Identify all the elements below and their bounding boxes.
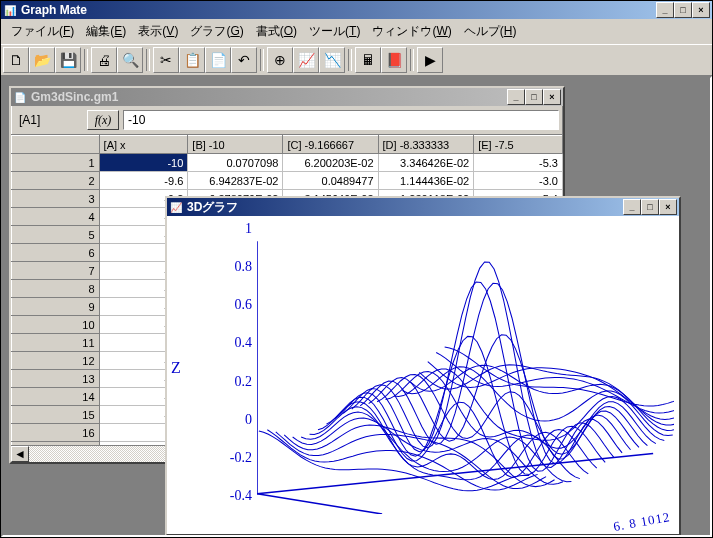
- row-header[interactable]: 14: [12, 388, 100, 406]
- cell-reference: [A1]: [15, 111, 83, 129]
- row-header[interactable]: 7: [12, 262, 100, 280]
- menubar: ファイル(F)編集(E)表示(V)グラフ(G)書式(O)ツール(T)ウィンドウ(…: [1, 19, 712, 44]
- cell[interactable]: -3.0: [474, 172, 563, 190]
- plot-minimize-button[interactable]: _: [623, 199, 641, 215]
- z-tick: -0.2: [230, 450, 252, 466]
- cell[interactable]: 1.144436E-02: [378, 172, 474, 190]
- cell[interactable]: 0.0707098: [188, 154, 283, 172]
- sheet-minimize-button[interactable]: _: [507, 89, 525, 105]
- menu-h[interactable]: ヘルプ(H): [458, 21, 523, 42]
- cell[interactable]: -5.3: [474, 154, 563, 172]
- menu-f[interactable]: ファイル(F): [5, 21, 80, 42]
- col-header[interactable]: [C] -9.166667: [283, 136, 378, 154]
- menu-o[interactable]: 書式(O): [250, 21, 303, 42]
- cut-icon[interactable]: ✂: [153, 47, 179, 73]
- row-header[interactable]: 4: [12, 208, 100, 226]
- row-header[interactable]: 3: [12, 190, 100, 208]
- sheet-maximize-button[interactable]: □: [525, 89, 543, 105]
- menu-g[interactable]: グラフ(G): [184, 21, 249, 42]
- sheet-titlebar[interactable]: 📄 Gm3dSinc.gm1 _ □ ×: [11, 88, 563, 106]
- row-header[interactable]: 11: [12, 334, 100, 352]
- row-header[interactable]: 5: [12, 226, 100, 244]
- row-header[interactable]: 9: [12, 298, 100, 316]
- col-header[interactable]: [D] -8.333333: [378, 136, 474, 154]
- col-header[interactable]: [B] -10: [188, 136, 283, 154]
- z-axis-label: Z: [171, 359, 181, 377]
- plot-titlebar[interactable]: 📈 3Dグラフ _ □ ×: [167, 198, 679, 216]
- mdi-area: 📄 Gm3dSinc.gm1 _ □ × [A1] f(x) [A] x[B] …: [1, 76, 712, 537]
- row-header[interactable]: 6: [12, 244, 100, 262]
- formula-bar: [A1] f(x): [11, 106, 563, 134]
- row-header[interactable]: 8: [12, 280, 100, 298]
- z-tick: 0.8: [235, 259, 253, 275]
- sinc-wireframe: [257, 221, 674, 514]
- graph2d-icon[interactable]: ⊕: [267, 47, 293, 73]
- plot-canvas[interactable]: Z 10.80.60.40.20-0.2-0.4 6. 8 1012: [167, 216, 679, 534]
- undo-icon[interactable]: ↶: [231, 47, 257, 73]
- svg-line-1: [257, 494, 382, 514]
- cell[interactable]: 6.200203E-02: [283, 154, 378, 172]
- corner-header[interactable]: [12, 136, 100, 154]
- app-title: Graph Mate: [21, 3, 656, 17]
- copy-icon[interactable]: 📋: [179, 47, 205, 73]
- svg-line-2: [257, 453, 653, 493]
- cell[interactable]: -9.6: [99, 172, 188, 190]
- calc-icon[interactable]: 🖩: [355, 47, 381, 73]
- row-header[interactable]: 15: [12, 406, 100, 424]
- formula-input[interactable]: [123, 110, 559, 130]
- row-header[interactable]: 2: [12, 172, 100, 190]
- new-icon[interactable]: 🗋: [3, 47, 29, 73]
- row-header[interactable]: 1: [12, 154, 100, 172]
- plot-window: 📈 3Dグラフ _ □ × Z 10.80.60.40.20-0.2-0.4 6…: [165, 196, 681, 536]
- row-header[interactable]: 10: [12, 316, 100, 334]
- row-header[interactable]: 13: [12, 370, 100, 388]
- col-header[interactable]: [A] x: [99, 136, 188, 154]
- row-header[interactable]: 16: [12, 424, 100, 442]
- plot-maximize-button[interactable]: □: [641, 199, 659, 215]
- run-icon[interactable]: ▶: [417, 47, 443, 73]
- z-tick: 0.6: [235, 297, 253, 313]
- open-icon[interactable]: 📂: [29, 47, 55, 73]
- plot-close-button[interactable]: ×: [659, 199, 677, 215]
- main-window: 📊 Graph Mate _ □ × ファイル(F)編集(E)表示(V)グラフ(…: [0, 0, 713, 538]
- sheet-icon: 📄: [13, 90, 27, 104]
- cell[interactable]: 0.0489477: [283, 172, 378, 190]
- plot-icon: 📈: [169, 200, 183, 214]
- z-tick: 0: [245, 412, 252, 428]
- print-preview-icon[interactable]: 🔍: [117, 47, 143, 73]
- z-tick: 0.4: [235, 335, 253, 351]
- z-tick: -0.4: [230, 488, 252, 504]
- app-icon: 📊: [3, 3, 17, 17]
- paste-icon[interactable]: 📄: [205, 47, 231, 73]
- close-button[interactable]: ×: [692, 2, 710, 18]
- cell[interactable]: 6.942837E-02: [188, 172, 283, 190]
- cell[interactable]: 3.346426E-02: [378, 154, 474, 172]
- maximize-button[interactable]: □: [674, 2, 692, 18]
- z-tick: 1: [245, 221, 252, 237]
- col-header[interactable]: [E] -7.5: [474, 136, 563, 154]
- menu-t[interactable]: ツール(T): [303, 21, 366, 42]
- menu-v[interactable]: 表示(V): [132, 21, 184, 42]
- row-header[interactable]: 12: [12, 352, 100, 370]
- z-tick: 0.2: [235, 374, 253, 390]
- menu-e[interactable]: 編集(E): [80, 21, 132, 42]
- print-icon[interactable]: 🖨: [91, 47, 117, 73]
- menu-w[interactable]: ウィンドウ(W): [366, 21, 457, 42]
- plot-title: 3Dグラフ: [187, 199, 623, 216]
- z-axis-ticks: 10.80.60.40.20-0.2-0.4: [192, 221, 252, 504]
- graph3d-icon[interactable]: 📉: [319, 47, 345, 73]
- sheet-title: Gm3dSinc.gm1: [31, 90, 507, 104]
- cell[interactable]: -10: [99, 154, 188, 172]
- sheet-close-button[interactable]: ×: [543, 89, 561, 105]
- fx-button[interactable]: f(x): [87, 110, 119, 130]
- toolbar: 🗋📂💾🖨🔍✂📋📄↶⊕📈📉🖩📕▶: [1, 44, 712, 76]
- minimize-button[interactable]: _: [656, 2, 674, 18]
- book-icon[interactable]: 📕: [381, 47, 407, 73]
- graph-line-icon[interactable]: 📈: [293, 47, 319, 73]
- main-titlebar[interactable]: 📊 Graph Mate _ □ ×: [1, 1, 712, 19]
- save-icon[interactable]: 💾: [55, 47, 81, 73]
